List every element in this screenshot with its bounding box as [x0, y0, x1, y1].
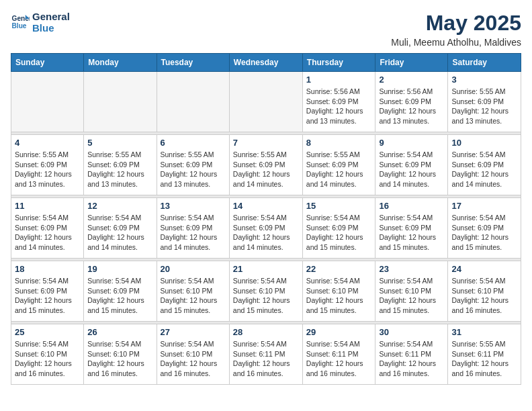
- calendar-cell: 24Sunrise: 5:54 AMSunset: 6:10 PMDayligh…: [448, 261, 521, 322]
- calendar-cell: 3Sunrise: 5:55 AMSunset: 6:09 PMDaylight…: [448, 72, 521, 132]
- day-number: 29: [306, 327, 372, 337]
- day-info: Sunrise: 5:55 AMSunset: 6:09 PMDaylight:…: [306, 150, 372, 189]
- logo-blue: Blue: [32, 22, 70, 34]
- calendar-cell: [157, 72, 229, 132]
- title-block: May 2025 Muli, Meemu Atholhu, Maldives: [391, 11, 521, 48]
- calendar-cell: 18Sunrise: 5:54 AMSunset: 6:09 PMDayligh…: [11, 261, 84, 322]
- day-info: Sunrise: 5:54 AMSunset: 6:10 PMDaylight:…: [161, 339, 226, 379]
- day-number: 21: [233, 264, 299, 274]
- day-number: 16: [379, 201, 444, 211]
- day-number: 24: [451, 264, 517, 274]
- day-number: 19: [87, 264, 152, 274]
- week-row-2: 4Sunrise: 5:55 AMSunset: 6:09 PMDaylight…: [11, 135, 521, 195]
- day-info: Sunrise: 5:55 AMSunset: 6:11 PMDaylight:…: [451, 339, 517, 379]
- day-info: Sunrise: 5:54 AMSunset: 6:11 PMDaylight:…: [233, 339, 299, 379]
- day-info: Sunrise: 5:55 AMSunset: 6:09 PMDaylight:…: [233, 150, 299, 189]
- calendar-cell: 19Sunrise: 5:54 AMSunset: 6:09 PMDayligh…: [84, 261, 157, 322]
- day-info: Sunrise: 5:54 AMSunset: 6:11 PMDaylight:…: [379, 339, 444, 379]
- day-info: Sunrise: 5:54 AMSunset: 6:09 PMDaylight:…: [451, 213, 517, 253]
- calendar-cell: 15Sunrise: 5:54 AMSunset: 6:09 PMDayligh…: [302, 198, 375, 259]
- calendar-cell: 30Sunrise: 5:54 AMSunset: 6:11 PMDayligh…: [375, 324, 448, 385]
- calendar-cell: 25Sunrise: 5:54 AMSunset: 6:10 PMDayligh…: [11, 324, 84, 385]
- day-info: Sunrise: 5:54 AMSunset: 6:10 PMDaylight:…: [161, 276, 226, 316]
- calendar-cell: 20Sunrise: 5:54 AMSunset: 6:10 PMDayligh…: [157, 261, 229, 322]
- day-info: Sunrise: 5:54 AMSunset: 6:11 PMDaylight:…: [306, 339, 372, 379]
- calendar-cell: 8Sunrise: 5:55 AMSunset: 6:09 PMDaylight…: [302, 135, 375, 195]
- svg-text:Blue: Blue: [12, 22, 27, 30]
- calendar-cell: [229, 72, 302, 132]
- col-header-thursday: Thursday: [302, 54, 375, 72]
- day-info: Sunrise: 5:56 AMSunset: 6:09 PMDaylight:…: [379, 87, 444, 126]
- day-number: 1: [306, 75, 372, 85]
- day-info: Sunrise: 5:54 AMSunset: 6:09 PMDaylight:…: [161, 213, 226, 253]
- day-info: Sunrise: 5:54 AMSunset: 6:09 PMDaylight:…: [87, 213, 152, 253]
- calendar-cell: 22Sunrise: 5:54 AMSunset: 6:10 PMDayligh…: [302, 261, 375, 322]
- day-number: 7: [233, 138, 299, 148]
- day-info: Sunrise: 5:55 AMSunset: 6:09 PMDaylight:…: [161, 150, 226, 189]
- calendar-header-row: SundayMondayTuesdayWednesdayThursdayFrid…: [11, 54, 521, 72]
- day-number: 15: [306, 201, 372, 211]
- day-info: Sunrise: 5:55 AMSunset: 6:09 PMDaylight:…: [451, 87, 517, 126]
- col-header-monday: Monday: [84, 54, 157, 72]
- col-header-friday: Friday: [375, 54, 448, 72]
- calendar-table: SundayMondayTuesdayWednesdayThursdayFrid…: [11, 53, 521, 385]
- day-number: 8: [306, 138, 372, 148]
- calendar-cell: 26Sunrise: 5:54 AMSunset: 6:10 PMDayligh…: [84, 324, 157, 385]
- day-number: 18: [15, 264, 80, 274]
- day-info: Sunrise: 5:54 AMSunset: 6:10 PMDaylight:…: [379, 276, 444, 316]
- day-info: Sunrise: 5:54 AMSunset: 6:10 PMDaylight:…: [306, 276, 372, 316]
- day-number: 25: [15, 327, 80, 337]
- day-number: 17: [451, 201, 517, 211]
- calendar-cell: 13Sunrise: 5:54 AMSunset: 6:09 PMDayligh…: [157, 198, 229, 259]
- day-info: Sunrise: 5:55 AMSunset: 6:09 PMDaylight:…: [87, 150, 152, 189]
- day-number: 30: [379, 327, 444, 337]
- day-info: Sunrise: 5:55 AMSunset: 6:09 PMDaylight:…: [15, 150, 80, 189]
- day-number: 10: [451, 138, 517, 148]
- day-number: 14: [233, 201, 299, 211]
- day-number: 27: [161, 327, 226, 337]
- calendar-cell: 9Sunrise: 5:54 AMSunset: 6:09 PMDaylight…: [375, 135, 448, 195]
- calendar-cell: 27Sunrise: 5:54 AMSunset: 6:10 PMDayligh…: [157, 324, 229, 385]
- day-info: Sunrise: 5:54 AMSunset: 6:10 PMDaylight:…: [233, 276, 299, 316]
- logo-general: General: [32, 11, 70, 22]
- day-number: 13: [161, 201, 226, 211]
- day-info: Sunrise: 5:54 AMSunset: 6:09 PMDaylight:…: [87, 276, 152, 316]
- day-number: 28: [233, 327, 299, 337]
- calendar-cell: 16Sunrise: 5:54 AMSunset: 6:09 PMDayligh…: [375, 198, 448, 259]
- calendar-cell: 7Sunrise: 5:55 AMSunset: 6:09 PMDaylight…: [229, 135, 302, 195]
- day-info: Sunrise: 5:54 AMSunset: 6:09 PMDaylight:…: [15, 213, 80, 253]
- calendar-cell: 14Sunrise: 5:54 AMSunset: 6:09 PMDayligh…: [229, 198, 302, 259]
- day-number: 26: [87, 327, 152, 337]
- location-title: Muli, Meemu Atholhu, Maldives: [391, 37, 521, 48]
- day-info: Sunrise: 5:54 AMSunset: 6:09 PMDaylight:…: [379, 213, 444, 253]
- day-number: 23: [379, 264, 444, 274]
- day-number: 12: [87, 201, 152, 211]
- calendar-cell: 11Sunrise: 5:54 AMSunset: 6:09 PMDayligh…: [11, 198, 84, 259]
- day-info: Sunrise: 5:54 AMSunset: 6:10 PMDaylight:…: [87, 339, 152, 379]
- day-number: 31: [451, 327, 517, 337]
- day-number: 9: [379, 138, 444, 148]
- calendar-cell: 21Sunrise: 5:54 AMSunset: 6:10 PMDayligh…: [229, 261, 302, 322]
- calendar-cell: 23Sunrise: 5:54 AMSunset: 6:10 PMDayligh…: [375, 261, 448, 322]
- day-number: 20: [161, 264, 226, 274]
- week-row-1: 1Sunrise: 5:56 AMSunset: 6:09 PMDaylight…: [11, 72, 521, 132]
- day-number: 2: [379, 75, 444, 85]
- calendar-cell: 17Sunrise: 5:54 AMSunset: 6:09 PMDayligh…: [448, 198, 521, 259]
- calendar-cell: 29Sunrise: 5:54 AMSunset: 6:11 PMDayligh…: [302, 324, 375, 385]
- day-info: Sunrise: 5:54 AMSunset: 6:09 PMDaylight:…: [15, 276, 80, 316]
- logo-icon: General Blue: [11, 13, 30, 32]
- day-info: Sunrise: 5:56 AMSunset: 6:09 PMDaylight:…: [306, 87, 372, 126]
- day-number: 11: [15, 201, 80, 211]
- calendar-cell: 12Sunrise: 5:54 AMSunset: 6:09 PMDayligh…: [84, 198, 157, 259]
- calendar-cell: [84, 72, 157, 132]
- week-row-4: 18Sunrise: 5:54 AMSunset: 6:09 PMDayligh…: [11, 261, 521, 322]
- calendar-cell: 6Sunrise: 5:55 AMSunset: 6:09 PMDaylight…: [157, 135, 229, 195]
- day-info: Sunrise: 5:54 AMSunset: 6:09 PMDaylight:…: [379, 150, 444, 189]
- logo: General Blue General Blue: [11, 11, 70, 34]
- calendar-cell: 5Sunrise: 5:55 AMSunset: 6:09 PMDaylight…: [84, 135, 157, 195]
- calendar-cell: 1Sunrise: 5:56 AMSunset: 6:09 PMDaylight…: [302, 72, 375, 132]
- calendar-cell: [11, 72, 84, 132]
- day-info: Sunrise: 5:54 AMSunset: 6:10 PMDaylight:…: [451, 276, 517, 316]
- day-number: 5: [87, 138, 152, 148]
- day-number: 4: [15, 138, 80, 148]
